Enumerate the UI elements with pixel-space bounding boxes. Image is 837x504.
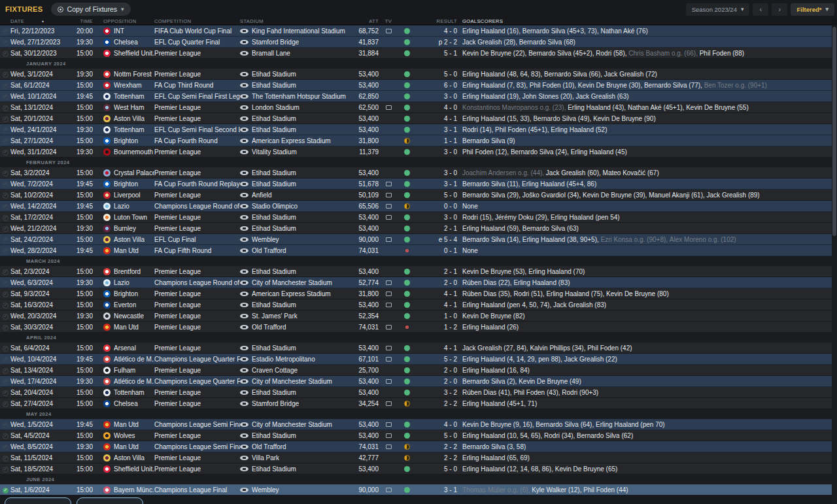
next-season-button[interactable]: › (772, 3, 787, 16)
fixture-row[interactable]: ✓Wed, 31/1/202419:30BournemouthPremier L… (0, 146, 832, 158)
stadium-name: King Fahd International Stadium (252, 27, 345, 35)
fixture-row[interactable]: ✓Sat, 4/5/202415:00WolvesPremier LeagueE… (0, 430, 832, 441)
tv-icon (386, 29, 392, 33)
fixture-row[interactable]: ✓Sat, 1/6/202415:00Bayern Münc...Champio… (0, 484, 832, 496)
column-header-stadium[interactable]: STADIUM (240, 18, 349, 24)
fixture-row[interactable]: ✓Sat, 27/4/202415:00ChelseaPremier Leagu… (0, 398, 832, 409)
goalscorer: Phil Foden (12), (462, 148, 511, 156)
result-status-icon (404, 313, 410, 319)
club-badge-icon (103, 137, 111, 144)
column-header-goalscorers[interactable]: GOALSCORERS (462, 18, 832, 24)
goalscorers-list: Rúben Dias (35), Rodri (51), Erling Haal… (462, 290, 832, 297)
stadium-icon (240, 105, 248, 110)
fixture-row[interactable]: ✓Wed, 7/2/202419:45BrightonFA Cup Fourth… (0, 178, 832, 190)
fixture-row[interactable]: ✓Sat, 10/2/202415:00LiverpoolPremier Lea… (0, 190, 832, 201)
result-status-icon (404, 127, 410, 133)
tv-icon (386, 204, 392, 209)
column-header-tv[interactable]: TV (379, 18, 398, 24)
opposition-name: Sheffield Unit... (114, 50, 154, 57)
played-check-icon: ✓ (3, 215, 9, 221)
fixture-row[interactable]: ✓Sat, 3/2/202415:00Crystal PalacePremier… (0, 167, 832, 178)
fixture-row[interactable]: ✓Sat, 9/3/202415:00BrightonPremier Leagu… (0, 288, 832, 299)
filter-label: Filtered* (796, 6, 821, 13)
fixture-row[interactable]: ✓Sat, 30/3/202415:00Man UtdPremier Leagu… (0, 322, 832, 333)
fixture-date: Sat, 9/3/2024 (10, 290, 67, 297)
competition-name: Premier League (154, 169, 240, 176)
goalscorer: Phil Foden (44) (583, 486, 628, 494)
fixture-row[interactable]: ✓Sat, 16/3/202415:00EvertonPremier Leagu… (0, 299, 832, 311)
fixture-row[interactable]: ✓Wed, 20/3/202419:30NewcastlePremier Lea… (0, 311, 832, 322)
fixture-time: 19:30 (67, 126, 93, 133)
goalscorer: Phil Foden (43), (513, 389, 562, 396)
bottom-action-button-1[interactable] (5, 497, 71, 504)
stadium-icon (240, 467, 248, 471)
attendance-value: 53,400 (349, 389, 379, 396)
column-header-attendance[interactable]: ATT (349, 18, 379, 24)
fixture-row[interactable]: ✓Wed, 28/2/202419:45Man UtdFA Cup Fifth … (0, 245, 832, 256)
fixture-row[interactable]: ✓Sat, 13/1/202415:00West HamPremier Leag… (0, 102, 832, 113)
goalscorer: Erling Haaland (26) (462, 324, 519, 331)
fixture-row[interactable]: ✓Sat, 20/4/202415:00TottenhamPremier Lea… (0, 387, 832, 398)
scrollbar-track[interactable] (832, 25, 837, 504)
result-status-icon (404, 170, 410, 176)
bottom-action-button-2[interactable] (77, 497, 143, 504)
goalscorers-list: None (462, 247, 832, 254)
stadium-icon (240, 226, 248, 231)
fixture-row[interactable]: ✓Fri, 22/12/202320:00INTFIFA Club World … (0, 25, 832, 37)
fixture-row[interactable]: ✓Sat, 6/1/202415:00WrexhamFA Cup Third R… (0, 80, 832, 91)
attendance-value: 25,700 (349, 367, 379, 374)
goalscorer: Erling Haaland (4, 14, 29, pen 88), (462, 356, 564, 363)
fixture-row[interactable]: ✓Sat, 11/5/202415:00Aston VillaPremier L… (0, 452, 832, 463)
fixture-time: 15:00 (67, 400, 93, 407)
column-header-competition[interactable]: COMPETITION (154, 18, 240, 24)
fixture-row[interactable]: ✓Sat, 18/5/202415:00Sheffield Unit...Pre… (0, 463, 832, 475)
fixture-date: Wed, 31/1/2024 (10, 148, 67, 156)
previous-season-button[interactable]: ‹ (753, 3, 768, 16)
fixture-row[interactable]: ✓Wed, 6/3/202419:30LazioChampions League… (0, 277, 832, 288)
fixture-row[interactable]: ✓Sat, 24/2/202415:00Aston VillaEFL Cup F… (0, 234, 832, 245)
opposition-name: Newcastle (114, 312, 144, 320)
fixture-row[interactable]: ✓Wed, 17/4/202419:30Atlético de M...Cham… (0, 376, 832, 387)
fixture-time: 19:30 (67, 225, 93, 232)
fixture-row[interactable]: ✓Wed, 3/1/202419:30Nottm ForestPremier L… (0, 69, 832, 80)
attendance-value: 41,837 (349, 39, 379, 46)
fixture-row[interactable]: ✓Sat, 13/4/202415:00FulhamPremier League… (0, 365, 832, 376)
filter-dropdown[interactable]: Filtered* ▾ (791, 3, 834, 16)
club-badge-icon (103, 378, 111, 385)
fixture-row[interactable]: ✓Sat, 27/1/202415:00BrightonFA Cup Fourt… (0, 135, 832, 146)
fixture-row[interactable]: ✓Sat, 17/2/202415:00Luton TownPremier Le… (0, 212, 832, 223)
played-check-icon: ✓ (3, 139, 9, 144)
fixture-row[interactable]: ✓Wed, 8/5/202419:30Man UtdChampions Leag… (0, 441, 832, 452)
fixture-row[interactable]: ✓Sat, 6/4/202415:00ArsenalPremier League… (0, 343, 832, 354)
fixture-row[interactable]: ✓Wed, 10/1/202419:45TottenhamEFL Cup Sem… (0, 91, 832, 102)
fixture-row[interactable]: ✓Wed, 27/12/202319:30ChelseaEFL Cup Quar… (0, 37, 832, 48)
column-header-date[interactable]: DATE▲ (10, 18, 67, 24)
fixture-row[interactable]: ✓Wed, 24/1/202419:30TottenhamEFL Cup Sem… (0, 124, 832, 135)
stadium-name: Etihad Stadium (252, 344, 296, 352)
fixture-row[interactable]: ✓Sat, 2/3/202415:00BrentfordPremier Leag… (0, 266, 832, 277)
stadium-name: Wembley (252, 486, 279, 494)
fixture-date: Wed, 7/2/2024 (10, 180, 67, 188)
column-header-result[interactable]: RESULT (415, 18, 457, 24)
stadium-name: Etihad Stadium (252, 180, 296, 188)
column-header-opposition[interactable]: OPPOSITION (103, 18, 154, 24)
fixture-row[interactable]: ✓Wed, 10/4/202419:45Atlético de M...Cham… (0, 354, 832, 365)
scrollbar-thumb[interactable] (832, 27, 836, 236)
goalscorer: Bernardo Silva (62) (577, 432, 633, 439)
month-section-header: JUNE 2024 (0, 475, 832, 484)
fixture-row[interactable]: ✓Sat, 30/12/202315:00Sheffield Unit...Pr… (0, 48, 832, 59)
fixture-row[interactable]: ✓Wed, 14/2/202419:45LazioChampions Leagu… (0, 201, 832, 212)
fixture-time: 19:45 (67, 180, 93, 188)
fixture-row[interactable]: ✓Wed, 21/2/202419:30BurnleyPremier Leagu… (0, 223, 832, 234)
goalscorers-list: Jack Grealish (28), Bernardo Silva (68) (462, 39, 832, 46)
fixture-row[interactable]: ✓Wed, 1/5/202419:45Man UtdChampions Leag… (0, 419, 832, 430)
club-badge-icon (103, 148, 111, 156)
result-score: 4 - 1 (415, 301, 457, 309)
stadium-name: American Express Stadium (252, 290, 331, 297)
fixture-row[interactable]: ✓Sat, 20/1/202415:00Aston VillaPremier L… (0, 113, 832, 124)
season-selector-dropdown[interactable]: Season 2023/24 ▾ (686, 3, 750, 16)
view-selector-dropdown[interactable]: Copy of Fixtures ▾ (51, 3, 131, 16)
opposition-name: Aston Villa (114, 454, 145, 462)
column-header-time[interactable]: TIME (67, 18, 93, 24)
goalscorer: Jack Grealish (22) (564, 356, 617, 363)
